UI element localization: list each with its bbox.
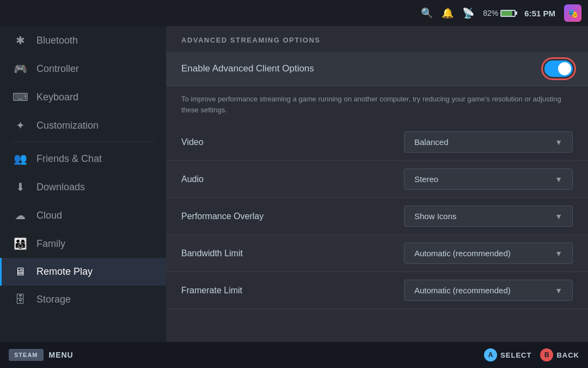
- sidebar-item-label: Cloud: [36, 210, 62, 221]
- remote-play-icon: 🖥: [13, 266, 28, 278]
- sidebar-item-label: Downloads: [36, 182, 85, 193]
- toggle-knob: [558, 62, 571, 75]
- steam-button[interactable]: STEAM: [9, 349, 44, 361]
- sidebar-item-family[interactable]: 👨‍👩‍👧 Family: [0, 230, 166, 258]
- family-icon: 👨‍👩‍👧: [13, 237, 28, 250]
- select-button-group: A SELECT: [484, 348, 531, 361]
- a-button[interactable]: A: [484, 348, 497, 361]
- clock: 6:51 PM: [524, 9, 555, 18]
- sidebar-item-storage[interactable]: 🗄 Storage: [0, 286, 166, 313]
- battery-percent: 82%: [483, 9, 498, 17]
- notification-icon[interactable]: 🔔: [442, 7, 454, 19]
- select-label: SELECT: [500, 351, 531, 359]
- a-button-label: A: [488, 351, 493, 359]
- sidebar-item-label: Customization: [36, 120, 99, 131]
- framerate-limit-value: Automatic (recommended): [414, 286, 511, 295]
- friends-icon: 👥: [13, 152, 28, 165]
- search-icon[interactable]: 🔍: [421, 7, 433, 19]
- sidebar-item-controller[interactable]: 🎮 Controller: [0, 55, 166, 83]
- chevron-down-icon: ▼: [555, 249, 562, 258]
- setting-row-audio: Audio Stereo ▼: [166, 161, 588, 198]
- bandwidth-limit-value: Automatic (recommended): [414, 249, 511, 258]
- sidebar-item-label: Family: [36, 238, 65, 250]
- sidebar-item-cloud[interactable]: ☁ Cloud: [0, 201, 166, 230]
- sidebar-item-label: Bluetooth: [36, 35, 78, 46]
- toggle-description: To improve performance streaming a game …: [166, 88, 588, 124]
- sidebar: ✱ Bluetooth 🎮 Controller ⌨ Keyboard ✦ Cu…: [0, 26, 166, 342]
- bluetooth-icon: ✱: [13, 34, 28, 47]
- enable-advanced-toggle[interactable]: [544, 61, 573, 77]
- sidebar-divider: [11, 142, 155, 142]
- main-layout: ✱ Bluetooth 🎮 Controller ⌨ Keyboard ✦ Cu…: [0, 26, 588, 342]
- setting-row-framerate-limit: Framerate Limit Automatic (recommended) …: [166, 272, 588, 309]
- sidebar-item-customization[interactable]: ✦ Customization: [0, 111, 166, 140]
- bottombar: STEAM MENU A SELECT B BACK: [0, 342, 588, 368]
- customization-icon: ✦: [13, 119, 28, 132]
- battery-indicator: 82%: [483, 9, 516, 17]
- section-title: ADVANCED STREAMING OPTIONS: [166, 26, 588, 52]
- chevron-down-icon: ▼: [555, 138, 562, 147]
- setting-row-performance-overlay: Performance Overlay Show Icons ▼: [166, 198, 588, 235]
- chevron-down-icon: ▼: [555, 286, 562, 295]
- sidebar-item-label: Controller: [36, 63, 79, 75]
- cloud-icon: ☁: [13, 209, 28, 222]
- back-button-group: B BACK: [540, 348, 579, 361]
- sidebar-item-bluetooth[interactable]: ✱ Bluetooth: [0, 26, 166, 55]
- chevron-down-icon: ▼: [555, 175, 562, 184]
- enable-advanced-toggle-row: Enable Advanced Client Options: [166, 52, 588, 86]
- setting-row-bandwidth-limit: Bandwidth Limit Automatic (recommended) …: [166, 235, 588, 272]
- content-area: ADVANCED STREAMING OPTIONS Enable Advanc…: [166, 26, 588, 342]
- back-label: BACK: [556, 351, 579, 359]
- sidebar-item-friends-chat[interactable]: 👥 Friends & Chat: [0, 144, 166, 173]
- setting-name-video: Video: [181, 137, 204, 147]
- bandwidth-limit-dropdown[interactable]: Automatic (recommended) ▼: [404, 243, 573, 264]
- audio-value: Stereo: [414, 174, 438, 184]
- sidebar-item-remote-play[interactable]: 🖥 Remote Play: [0, 258, 166, 286]
- downloads-icon: ⬇: [13, 180, 28, 194]
- setting-row-video: Video Balanced ▼: [166, 124, 588, 161]
- topbar: 🔍 🔔 📡 82% 6:51 PM 🎭: [0, 0, 588, 26]
- performance-overlay-dropdown[interactable]: Show Icons ▼: [404, 206, 573, 227]
- b-button-label: B: [544, 351, 549, 359]
- setting-name-framerate-limit: Framerate Limit: [181, 286, 242, 295]
- sidebar-item-label: Remote Play: [36, 266, 93, 277]
- sidebar-item-downloads[interactable]: ⬇ Downloads: [0, 173, 166, 201]
- b-button[interactable]: B: [540, 348, 553, 361]
- battery-fill: [501, 11, 512, 16]
- video-dropdown[interactable]: Balanced ▼: [404, 131, 573, 153]
- avatar-emoji: 🎭: [567, 8, 578, 19]
- toggle-label: Enable Advanced Client Options: [181, 63, 314, 74]
- chevron-down-icon: ▼: [555, 212, 562, 221]
- sidebar-item-label: Keyboard: [36, 92, 78, 103]
- video-value: Balanced: [414, 137, 449, 147]
- settings-list: Video Balanced ▼ Audio Stereo ▼ Performa…: [166, 124, 588, 342]
- broadcast-icon[interactable]: 📡: [462, 7, 474, 19]
- storage-icon: 🗄: [13, 293, 28, 306]
- battery-bar: [500, 10, 516, 17]
- keyboard-icon: ⌨: [13, 91, 28, 104]
- avatar[interactable]: 🎭: [564, 4, 581, 22]
- controller-icon: 🎮: [13, 62, 28, 75]
- framerate-limit-dropdown[interactable]: Automatic (recommended) ▼: [404, 280, 573, 301]
- setting-name-performance-overlay: Performance Overlay: [181, 212, 264, 221]
- sidebar-item-keyboard[interactable]: ⌨ Keyboard: [0, 83, 166, 111]
- sidebar-item-label: Storage: [36, 294, 71, 305]
- setting-name-bandwidth-limit: Bandwidth Limit: [181, 249, 243, 258]
- sidebar-item-label: Friends & Chat: [36, 153, 102, 165]
- performance-overlay-value: Show Icons: [414, 212, 457, 221]
- setting-name-audio: Audio: [181, 174, 204, 184]
- menu-label: MENU: [49, 351, 74, 359]
- audio-dropdown[interactable]: Stereo ▼: [404, 168, 573, 190]
